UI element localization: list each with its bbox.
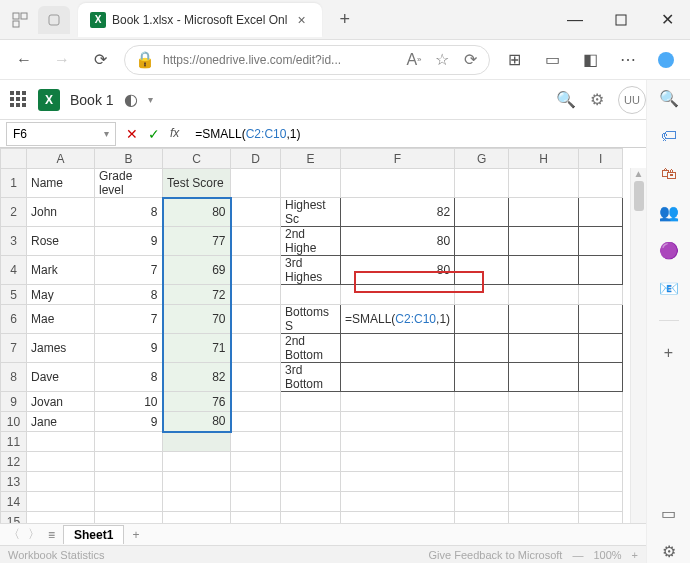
cell[interactable]: 72 — [163, 285, 231, 305]
sync-icon[interactable]: ⟳ — [461, 50, 479, 69]
address-bar[interactable]: 🔒 https://onedrive.live.com/edit?id... A… — [124, 45, 490, 75]
settings-icon[interactable]: ⚙ — [657, 539, 681, 563]
cell[interactable]: 9 — [95, 412, 163, 432]
cell[interactable]: 77 — [163, 227, 231, 256]
spreadsheet-grid[interactable]: A B C D E F G H I 1 Name Grade level Tes… — [0, 148, 623, 523]
cell[interactable]: Jane — [27, 412, 95, 432]
tag-icon[interactable]: 🏷 — [657, 124, 681, 148]
cell[interactable]: Dave — [27, 363, 95, 392]
cell[interactable]: 80 — [341, 227, 455, 256]
sheet-nav-prev-icon[interactable]: 〈 — [8, 526, 20, 543]
row-header[interactable]: 6 — [1, 305, 27, 334]
tab-active[interactable]: X Book 1.xlsx - Microsoft Excel Onl × — [78, 3, 322, 37]
ribbon-caret-icon[interactable]: ▾ — [148, 94, 153, 105]
row-header[interactable]: 3 — [1, 227, 27, 256]
cell[interactable]: 80 — [163, 198, 231, 227]
outlook-icon[interactable]: 📧 — [657, 276, 681, 300]
row-header[interactable]: 8 — [1, 363, 27, 392]
more-icon[interactable]: ⋯ — [614, 46, 642, 74]
feedback-link[interactable]: Give Feedback to Microsoft — [429, 549, 563, 561]
shopping-icon[interactable]: 🛍 — [657, 162, 681, 186]
copilot-icon[interactable] — [652, 46, 680, 74]
app-launcher-icon[interactable] — [10, 91, 28, 109]
col-header[interactable]: E — [281, 149, 341, 169]
cell[interactable]: May — [27, 285, 95, 305]
sheet-nav-next-icon[interactable]: 〉 — [28, 526, 40, 543]
cell[interactable]: James — [27, 334, 95, 363]
close-tab-icon[interactable]: × — [293, 12, 309, 28]
cell[interactable]: 80 — [341, 256, 455, 285]
cell[interactable]: Mae — [27, 305, 95, 334]
status-text[interactable]: Workbook Statistics — [8, 549, 104, 561]
cell[interactable]: Grade level — [95, 169, 163, 198]
avatar[interactable]: UU — [618, 86, 646, 114]
col-header[interactable]: B — [95, 149, 163, 169]
fx-icon[interactable]: fx — [170, 126, 179, 142]
cell[interactable]: 9 — [95, 227, 163, 256]
cell-active[interactable]: =SMALL(C2:C10,1) — [341, 305, 455, 334]
formula-input[interactable]: =SMALL(C2:C10,1) — [189, 127, 666, 141]
cell[interactable]: Highest Sc — [281, 198, 341, 227]
accept-icon[interactable]: ✓ — [148, 126, 160, 142]
cell[interactable]: 8 — [95, 363, 163, 392]
new-tab-button[interactable]: + — [330, 9, 361, 30]
search-icon[interactable]: 🔍 — [657, 86, 681, 110]
cell[interactable]: Test Score — [163, 169, 231, 198]
row-header[interactable]: 7 — [1, 334, 27, 363]
chevron-down-icon[interactable]: ▾ — [104, 128, 109, 139]
extensions-icon[interactable]: ⊞ — [500, 46, 528, 74]
add-sheet-button[interactable]: + — [132, 528, 139, 542]
workbook-name[interactable]: Book 1 — [70, 92, 114, 108]
cell[interactable]: John — [27, 198, 95, 227]
add-tool-icon[interactable]: + — [657, 341, 681, 365]
cell[interactable]: Mark — [27, 256, 95, 285]
cell[interactable]: 80 — [163, 412, 231, 432]
cell[interactable]: Rose — [27, 227, 95, 256]
favorite-icon[interactable]: ☆ — [433, 50, 451, 69]
cell[interactable]: 10 — [95, 392, 163, 412]
cell[interactable]: 3rd Bottom — [281, 363, 341, 392]
col-header[interactable]: F — [341, 149, 455, 169]
cell[interactable] — [231, 169, 281, 198]
minimize-button[interactable]: — — [552, 0, 598, 40]
split-icon[interactable]: ◧ — [576, 46, 604, 74]
cell[interactable]: 2nd Highe — [281, 227, 341, 256]
cell[interactable]: 8 — [95, 198, 163, 227]
cell[interactable]: 7 — [95, 256, 163, 285]
copilot-icon[interactable]: 🟣 — [657, 238, 681, 262]
row-header[interactable]: 1 — [1, 169, 27, 198]
people-icon[interactable]: 👥 — [657, 200, 681, 224]
maximize-button[interactable] — [598, 0, 644, 40]
back-button[interactable]: ← — [10, 46, 38, 74]
col-header[interactable]: G — [455, 149, 509, 169]
cell[interactable]: 82 — [341, 198, 455, 227]
cell[interactable]: 9 — [95, 334, 163, 363]
sheet-tab[interactable]: Sheet1 — [63, 525, 124, 544]
row-header[interactable]: 5 — [1, 285, 27, 305]
sheet-list-icon[interactable]: ≡ — [48, 528, 55, 542]
cell[interactable]: 71 — [163, 334, 231, 363]
col-header[interactable]: A — [27, 149, 95, 169]
col-header[interactable]: C — [163, 149, 231, 169]
reader-icon[interactable]: A» — [405, 50, 423, 69]
cell[interactable]: 82 — [163, 363, 231, 392]
cell[interactable]: 69 — [163, 256, 231, 285]
vertical-scrollbar[interactable]: ▲ — [630, 168, 646, 523]
tab-inactive[interactable] — [38, 6, 70, 34]
col-header[interactable]: D — [231, 149, 281, 169]
cell[interactable]: 7 — [95, 305, 163, 334]
select-all-corner[interactable] — [1, 149, 27, 169]
row-header[interactable]: 2 — [1, 198, 27, 227]
forward-button[interactable]: → — [48, 46, 76, 74]
settings-icon[interactable]: ⚙ — [590, 90, 604, 109]
collections-icon[interactable]: ▭ — [538, 46, 566, 74]
cell[interactable]: 76 — [163, 392, 231, 412]
zoom-in-button[interactable]: + — [632, 549, 638, 561]
row-header[interactable]: 10 — [1, 412, 27, 432]
cell[interactable]: 2nd Bottom — [281, 334, 341, 363]
cancel-icon[interactable]: ✕ — [126, 126, 138, 142]
cell[interactable]: Bottoms S — [281, 305, 341, 334]
cell[interactable]: 3rd Highes — [281, 256, 341, 285]
cell[interactable]: Name — [27, 169, 95, 198]
collapse-icon[interactable]: ▭ — [657, 501, 681, 525]
